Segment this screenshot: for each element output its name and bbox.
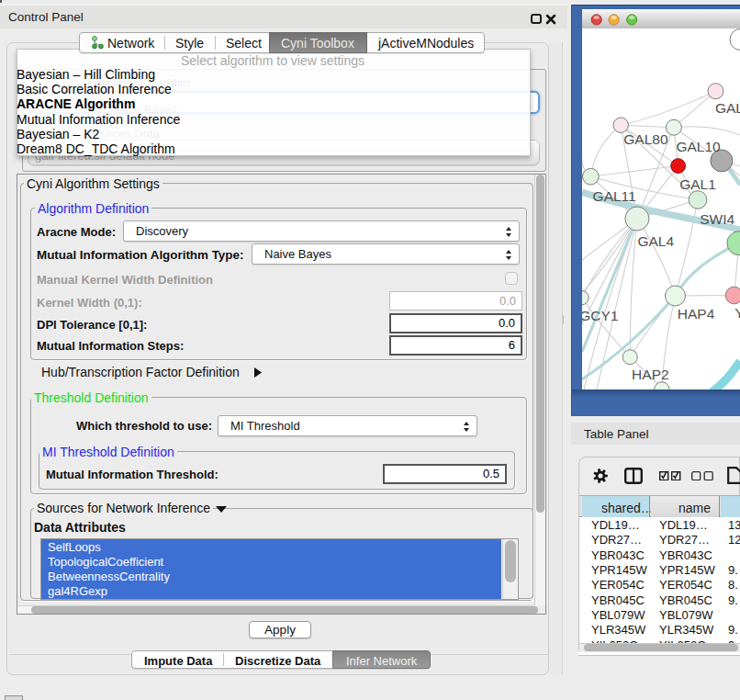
svg-text:GAL80: GAL80: [623, 131, 668, 147]
svg-text:HAP4: HAP4: [678, 306, 715, 322]
svg-text:GAL8: GAL8: [715, 100, 740, 116]
svg-text:Y: Y: [734, 305, 740, 321]
svg-text:GCY1: GCY1: [582, 308, 619, 323]
svg-text:GAL1: GAL1: [679, 176, 716, 192]
svg-text:GAL11: GAL11: [593, 188, 636, 204]
svg-text:HAP2: HAP2: [632, 367, 669, 382]
svg-text:GAL10: GAL10: [676, 139, 721, 154]
svg-text:SWI4: SWI4: [700, 211, 734, 227]
svg-text:GAL4: GAL4: [637, 233, 674, 249]
